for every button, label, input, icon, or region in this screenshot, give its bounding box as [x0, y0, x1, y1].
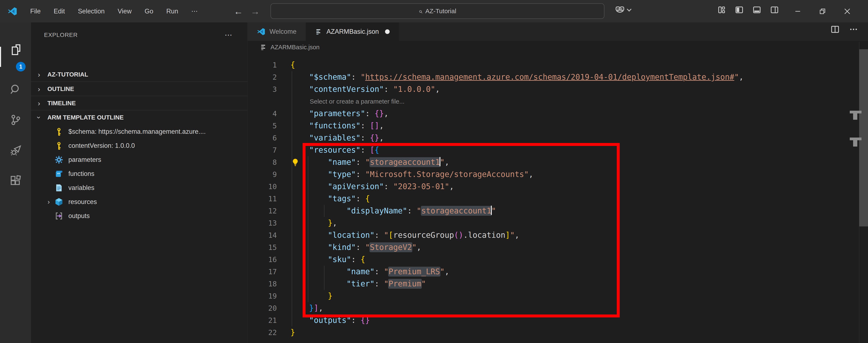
sidebar-header: EXPLORER ⋯ — [31, 29, 247, 41]
search-view-icon[interactable] — [0, 75, 31, 104]
title-bar: FileEditSelectionViewGoRun⋯ ← → ⌕ AZ-Tut… — [0, 0, 868, 23]
toggle-panel-icon[interactable] — [752, 5, 761, 14]
code-line[interactable]: "contentVersion": "1.0.0.0", — [290, 83, 440, 95]
code-line[interactable]: "resources": [{ — [290, 144, 379, 156]
code-line[interactable]: "$schema": "https://schema.management.az… — [290, 71, 744, 83]
code-line[interactable]: "tags": { — [290, 193, 370, 205]
outline-item-functions[interactable]: functions — [31, 167, 247, 181]
code-line[interactable]: "location": "[resourceGroup().location]"… — [290, 229, 520, 241]
breadcrumb[interactable]: AZARMBasic.json — [260, 41, 319, 54]
menu-item-file[interactable]: File — [26, 6, 45, 17]
sidebar-section-timeline[interactable]: ›TIMELINE — [31, 96, 247, 110]
code-line[interactable]: } — [290, 326, 295, 339]
outline-item-$schema[interactable]: $schema: https://schema.management.azure… — [31, 125, 247, 138]
source-control-icon[interactable] — [0, 105, 31, 134]
outline-item-label: outputs — [68, 212, 90, 220]
code-line[interactable]: "tier": "Premium" — [290, 278, 426, 290]
sidebar-section-outline[interactable]: ›OUTLINE — [31, 82, 247, 96]
forward-arrow-icon[interactable]: → — [251, 7, 260, 16]
line-number: 16 — [252, 253, 277, 266]
outline-item-outputs[interactable]: outputs — [31, 209, 247, 223]
code-line[interactable]: { — [290, 59, 295, 71]
section-label: ARM TEMPLATE OUTLINE — [48, 114, 124, 121]
json-icon — [315, 28, 322, 35]
section-label: TIMELINE — [48, 100, 76, 107]
code-line[interactable]: "displayName": "storageaccount1" — [290, 205, 496, 217]
sidebar-section-az-tutorial[interactable]: ›AZ-TUTORIAL — [31, 67, 247, 82]
json-file-icon — [260, 43, 267, 51]
menu-item-[interactable]: ⋯ — [187, 6, 203, 17]
code-line[interactable]: "variables": {}, — [290, 132, 384, 144]
line-number: 19 — [252, 290, 277, 302]
extensions-icon[interactable] — [0, 166, 31, 195]
code-line[interactable]: "outputs": {} — [290, 314, 370, 326]
menu-item-edit[interactable]: Edit — [49, 6, 69, 17]
back-arrow-icon[interactable]: ← — [234, 7, 243, 16]
close-button[interactable] — [835, 0, 860, 23]
line-number: 1 — [252, 59, 277, 71]
outline-item-resources[interactable]: ›resources — [31, 195, 247, 209]
key-icon — [54, 127, 64, 136]
indent-guide — [308, 156, 308, 302]
outline-item-parameters[interactable]: parameters — [31, 153, 247, 167]
menu-item-run[interactable]: Run — [162, 6, 183, 17]
line-number: 21 — [252, 314, 277, 326]
more-actions-icon[interactable] — [849, 25, 858, 34]
code-line[interactable]: "sku": { — [290, 253, 365, 266]
line-number: 14 — [252, 229, 277, 241]
line-number: 9 — [252, 168, 277, 181]
chevron-right-icon: › — [35, 70, 43, 79]
chevron-right-icon: › — [35, 99, 43, 107]
line-number: 5 — [252, 120, 277, 132]
outline-item-label: functions — [68, 170, 94, 178]
section-label: OUTLINE — [48, 86, 74, 92]
codelens-link[interactable]: Select or create a parameter file... — [310, 95, 405, 107]
code-line[interactable]: "functions": [], — [290, 120, 384, 132]
copilot-menu[interactable] — [615, 5, 631, 15]
tab-azarmbasic-json[interactable]: AZARMBasic.json — [306, 23, 399, 41]
tab-label: AZARMBasic.json — [327, 28, 379, 35]
line-number: 4 — [252, 107, 277, 120]
window-controls — [785, 0, 860, 23]
sidebar-more-actions-icon[interactable]: ⋯ — [225, 31, 233, 39]
toggle-primary-sidebar-icon[interactable] — [735, 5, 744, 14]
code-line[interactable]: } — [290, 290, 333, 302]
toggle-secondary-sidebar-icon[interactable] — [770, 5, 779, 14]
line-number: 3 — [252, 83, 277, 95]
explorer-icon[interactable] — [0, 35, 31, 64]
chevron-right-icon: › — [35, 85, 43, 93]
code-line[interactable]: "name": "storageaccount1", — [290, 156, 449, 168]
run-and-debug-icon[interactable] — [0, 136, 31, 165]
restore-button[interactable] — [810, 0, 835, 23]
line-number: 6 — [252, 132, 277, 144]
outline-item-label: resources — [68, 198, 97, 206]
tab-label: Welcome — [270, 28, 297, 35]
customize-layout-icon[interactable] — [717, 5, 726, 14]
line-number: 7 — [252, 144, 277, 156]
minimize-button[interactable] — [785, 0, 810, 23]
modified-dot-icon[interactable] — [385, 29, 390, 34]
code-line[interactable]: "kind": "StorageV2", — [290, 241, 421, 253]
line-number: 18 — [252, 278, 277, 290]
search-placeholder: AZ-Tutorial — [425, 7, 456, 15]
sidebar-section-arm-template-outline[interactable]: ›ARM TEMPLATE OUTLINE — [31, 110, 247, 125]
vscode-logo-icon — [7, 6, 17, 16]
menu-item-selection[interactable]: Selection — [73, 6, 109, 17]
command-center-search[interactable]: ⌕ AZ-Tutorial — [271, 3, 604, 19]
code-line[interactable]: "type": "Microsoft.Storage/storageAccoun… — [290, 168, 533, 181]
code-line[interactable]: "parameters": {}, — [290, 107, 389, 120]
split-editor-icon[interactable] — [831, 25, 840, 34]
breadcrumb-file[interactable]: AZARMBasic.json — [271, 44, 319, 51]
code-line[interactable]: }], — [290, 302, 323, 314]
code-line[interactable]: "apiVersion": "2023-05-01", — [290, 181, 454, 193]
code-line[interactable]: }, — [290, 217, 337, 229]
menu-item-view[interactable]: View — [113, 6, 136, 17]
explorer-badge: 1 — [16, 62, 26, 71]
chevron-right-icon: › — [44, 198, 53, 206]
code-line[interactable]: "name": "Premium_LRS", — [290, 266, 449, 278]
tab-welcome[interactable]: Welcome — [248, 23, 306, 41]
outline-item-contentVersion[interactable]: contentVersion: 1.0.0.0 — [31, 138, 247, 153]
outline-item-label: parameters — [68, 156, 101, 163]
outline-item-variables[interactable]: variables — [31, 181, 247, 195]
menu-item-go[interactable]: Go — [140, 6, 158, 17]
